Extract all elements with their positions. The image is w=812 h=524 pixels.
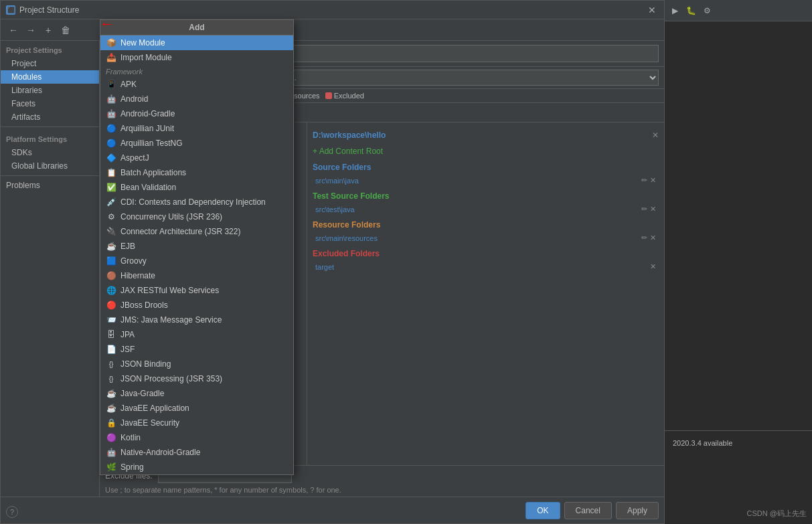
android-gradle-label: Android-Gradle [120,109,175,118]
cdi-label: CDI: Contexts and Dependency Injection [120,197,266,207]
dropdown-item-batch-applications[interactable]: 📋 Batch Applications [100,165,293,180]
content-root-close[interactable]: ✕ [652,130,659,140]
remove-excluded-folder-icon[interactable]: ✕ [650,262,656,271]
android-gradle-icon: 🤖 [106,108,116,119]
source-folder-path-text: src\main\java [315,177,359,185]
dialog-title-bar: ⬛ Project Structure ✕ [1,1,664,19]
nav-forward-button[interactable]: → [23,23,38,37]
close-button[interactable]: ✕ [645,3,659,17]
help-icon[interactable]: ? [6,506,18,518]
import-module-icon: 📥 [106,52,116,63]
dropdown-item-javaee-application[interactable]: ☕ JavaEE Application [100,401,293,416]
sidebar-item-global-libraries[interactable]: Global Libraries [1,159,99,173]
ok-button[interactable]: OK [525,502,560,519]
dropdown-item-apk[interactable]: 📱 APK [100,77,293,92]
legend-excluded-label: Excluded [334,92,364,100]
dropdown-item-connector[interactable]: 🔌 Connector Architecture (JSR 322) [100,224,293,239]
dropdown-item-jsf[interactable]: 📄 JSF [100,342,293,357]
dropdown-item-arquillian-testng[interactable]: 🔵 Arquillian TestNG [100,136,293,151]
java-gradle-icon: ☕ [106,388,116,399]
resource-folder-actions: ✏ ✕ [641,234,656,242]
bean-validation-icon: ✅ [106,182,116,193]
resource-folder-path: src\main\resources ✏ ✕ [313,232,659,244]
jboss-drools-icon: 🔴 [106,300,116,311]
edit-source-folder-icon[interactable]: ✏ [641,176,647,185]
sidebar-item-project[interactable]: Project [1,57,99,70]
delete-button[interactable]: 🗑 [58,23,73,37]
native-android-gradle-icon: 🤖 [106,447,116,458]
source-folder-path: src\main\java ✏ ✕ [313,175,659,186]
json-binding-icon: {} [106,359,116,369]
dropdown-item-arquillian-junit[interactable]: 🔵 Arquillian JUnit [100,121,293,136]
dropdown-item-jax[interactable]: 🌐 JAX RESTful Web Services [100,283,293,298]
remove-source-folder-icon[interactable]: ✕ [650,176,656,185]
kotlin-icon: 🟣 [106,432,116,443]
dropdown-item-hibernate[interactable]: 🟤 Hibernate [100,268,293,283]
dropdown-item-android[interactable]: 🤖 Android [100,92,293,106]
sidebar-item-sdks[interactable]: SDKs [1,146,99,159]
bean-validation-label: Bean Validation [120,183,176,192]
dropdown-item-kotlin[interactable]: 🟣 Kotlin [100,430,293,445]
sidebar-item-facets[interactable]: Facets [1,97,99,110]
dropdown-item-jms[interactable]: 📨 JMS: Java Message Service [100,313,293,327]
dropdown-item-jpa[interactable]: 🗄 JPA [100,327,293,342]
debug-button[interactable]: 🐛 [683,3,698,18]
dropdown-item-bean-validation[interactable]: ✅ Bean Validation [100,180,293,195]
json-processing-icon: {} [106,373,116,384]
dropdown-item-ejb[interactable]: ☕ EJB [100,239,293,254]
add-button[interactable]: + [41,23,56,37]
edit-test-source-folder-icon[interactable]: ✏ [641,205,647,213]
nav-back-button[interactable]: ← [6,23,21,37]
edit-resource-folder-icon[interactable]: ✏ [641,234,647,242]
sidebar-item-problems[interactable]: Problems [1,179,99,192]
csdn-watermark: CSDN @码上先生 [747,509,807,519]
resource-folder-path-text: src\main\resources [315,234,378,242]
jpa-label: JPA [120,330,135,339]
ejb-label: EJB [120,242,135,251]
info-panel: D:\workspace\hello ✕ + Add Content Root … [307,122,664,465]
dropdown-item-javaee-security[interactable]: 🔒 JavaEE Security [100,416,293,430]
excluded-folder-path: target ✕ [313,261,659,272]
sidebar-item-libraries[interactable]: Libraries [1,84,99,97]
dropdown-item-native-android-gradle[interactable]: 🤖 Native-Android-Gradle [100,445,293,460]
right-panel-toolbar: ▶ 🐛 ⚙ [665,0,812,21]
aspectj-label: AspectJ [120,153,149,163]
sidebar-item-modules[interactable]: Modules [1,70,99,84]
dropdown-item-jboss-drools[interactable]: 🔴 JBoss Drools [100,298,293,313]
add-content-root-button[interactable]: + Add Content Root [313,145,383,157]
jms-label: JMS: Java Message Service [120,315,222,325]
dropdown-item-spring[interactable]: 🌿 Spring [100,460,293,474]
dropdown-item-json-processing[interactable]: {} JSON Processing (JSR 353) [100,371,293,386]
kotlin-label: Kotlin [120,433,141,442]
jax-icon: 🌐 [106,285,116,296]
json-binding-label: JSON Binding [120,359,171,369]
settings-button[interactable]: ⚙ [700,3,714,18]
sidebar-item-artifacts[interactable]: Artifacts [1,110,99,124]
jsf-label: JSF [120,345,135,354]
dropdown-item-aspectj[interactable]: 🔷 AspectJ [100,151,293,165]
dropdown-item-import-module[interactable]: 📥 Import Module [100,50,293,65]
dropdown-item-concurrency[interactable]: ⚙ Concurrency Utils (JSR 236) [100,209,293,224]
dropdown-item-new-module[interactable]: 📦 New Module [100,35,293,50]
dropdown-item-android-gradle[interactable]: 🤖 Android-Gradle [100,106,293,121]
hibernate-label: Hibernate [120,271,155,280]
remove-resource-folder-icon[interactable]: ✕ [650,234,656,242]
framework-label: Framework [100,65,293,77]
sidebar-divider [1,126,99,127]
dropdown-item-groovy[interactable]: 🟦 Groovy [100,254,293,268]
run-button[interactable]: ▶ [667,3,682,18]
jboss-drools-label: JBoss Drools [120,300,168,310]
dropdown-item-cdi[interactable]: 💉 CDI: Contexts and Dependency Injection [100,195,293,209]
excluded-folder-actions: ✕ [650,262,656,271]
native-android-gradle-label: Native-Android-Gradle [120,448,200,457]
apply-button[interactable]: Apply [616,502,659,519]
remove-test-source-folder-icon[interactable]: ✕ [650,205,656,213]
connector-label: Connector Architecture (JSR 322) [120,227,240,236]
dropdown-title: Add [100,20,293,35]
dialog-icon: ⬛ [6,5,15,15]
dropdown-item-json-binding[interactable]: {} JSON Binding [100,357,293,371]
cancel-button[interactable]: Cancel [564,502,612,519]
arquillian-junit-label: Arquillian JUnit [120,124,174,133]
test-source-folder-path-text: src\test\java [315,205,355,213]
dropdown-item-java-gradle[interactable]: ☕ Java-Gradle [100,386,293,401]
